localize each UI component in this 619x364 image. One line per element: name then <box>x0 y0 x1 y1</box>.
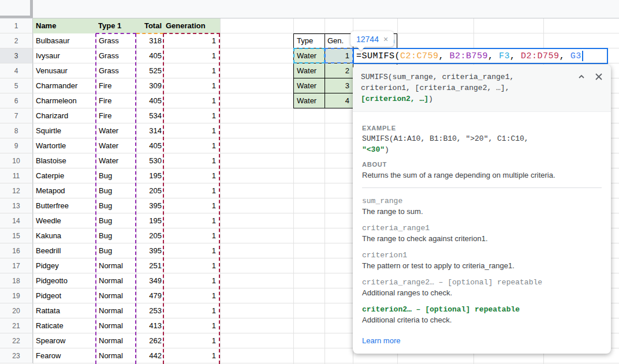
cell-D12[interactable]: 1 <box>163 183 216 198</box>
cell-C7[interactable]: 534 <box>136 108 162 123</box>
row-header-1[interactable]: 1 <box>0 18 33 33</box>
cell-B21[interactable]: Normal <box>99 318 136 333</box>
cell-B18[interactable]: Normal <box>99 273 136 288</box>
cell-B4[interactable]: Grass <box>99 63 136 78</box>
cell-B5[interactable]: Fire <box>99 78 136 93</box>
row-header-16[interactable]: 16 <box>0 243 33 258</box>
cell-D23[interactable]: 1 <box>163 348 216 363</box>
cell-D22[interactable]: 1 <box>163 333 216 348</box>
cell-C17[interactable]: 251 <box>136 258 162 273</box>
cell-D20[interactable]: 1 <box>163 303 216 318</box>
cell-B15[interactable]: Bug <box>99 228 136 243</box>
formula-input[interactable]: =SUMIFS(C2:C759, B2:B759, F3, D2:D759, G… <box>353 48 608 64</box>
cell-D3[interactable]: 1 <box>163 48 216 63</box>
row-header-6[interactable]: 6 <box>0 93 33 108</box>
cell-D11[interactable]: 1 <box>163 168 216 183</box>
cell-A13[interactable]: Butterfree <box>36 198 96 213</box>
cell-B7[interactable]: Fire <box>99 108 136 123</box>
cell-C15[interactable]: 205 <box>136 228 162 243</box>
close-icon[interactable] <box>595 73 603 81</box>
row-header-23[interactable]: 23 <box>0 348 33 363</box>
cell-D16[interactable]: 1 <box>163 243 216 258</box>
cell-D5[interactable]: 1 <box>163 78 216 93</box>
row-header-22[interactable]: 22 <box>0 333 33 348</box>
cell-B12[interactable]: Bug <box>99 183 136 198</box>
cell-A3[interactable]: Ivysaur <box>36 48 96 63</box>
row-header-7[interactable]: 7 <box>0 108 33 123</box>
cell-C13[interactable]: 395 <box>136 198 162 213</box>
cell-C4[interactable]: 525 <box>136 63 162 78</box>
cell-C2[interactable]: 318 <box>136 33 162 48</box>
row-header-20[interactable]: 20 <box>0 303 33 318</box>
cell-A7[interactable]: Charizard <box>36 108 96 123</box>
cell-C23[interactable]: 442 <box>136 348 162 363</box>
cell-B20[interactable]: Normal <box>99 303 136 318</box>
row-header-11[interactable]: 11 <box>0 168 33 183</box>
cell-B14[interactable]: Bug <box>99 213 136 228</box>
row-header-13[interactable]: 13 <box>0 198 33 213</box>
cell-C16[interactable]: 395 <box>136 243 162 258</box>
row-header-17[interactable]: 17 <box>0 258 33 273</box>
cell-A9[interactable]: Wartortle <box>36 138 96 153</box>
cell-D9[interactable]: 1 <box>163 138 216 153</box>
select-all-corner[interactable] <box>0 0 33 18</box>
cell-D8[interactable]: 1 <box>163 123 216 138</box>
cell-D6[interactable]: 1 <box>163 93 216 108</box>
cell-A18[interactable]: Pidgeotto <box>36 273 96 288</box>
cell-D17[interactable]: 1 <box>163 258 216 273</box>
cell-D7[interactable]: 1 <box>163 108 216 123</box>
cell-B16[interactable]: Bug <box>99 243 136 258</box>
cell-A1[interactable]: Name <box>36 18 96 33</box>
cell-C1[interactable]: Total <box>136 18 162 33</box>
cell-C9[interactable]: 405 <box>136 138 162 153</box>
cell-B6[interactable]: Fire <box>99 93 136 108</box>
cell-D19[interactable]: 1 <box>163 288 216 303</box>
cell-B19[interactable]: Normal <box>99 288 136 303</box>
cell-D15[interactable]: 1 <box>163 228 216 243</box>
cell-A11[interactable]: Caterpie <box>36 168 96 183</box>
cell-B23[interactable]: Normal <box>99 348 136 363</box>
row-header-3[interactable]: 3 <box>0 48 33 63</box>
cell-F6[interactable]: Water <box>297 93 325 108</box>
cell-F4[interactable]: Water <box>297 63 325 78</box>
cell-C12[interactable]: 205 <box>136 183 162 198</box>
collapse-chevron-icon[interactable] <box>577 73 586 81</box>
cell-G6[interactable]: 4 <box>325 93 349 108</box>
cell-B2[interactable]: Grass <box>99 33 136 48</box>
cell-B22[interactable]: Normal <box>99 333 136 348</box>
cell-C10[interactable]: 530 <box>136 153 162 168</box>
cell-B13[interactable]: Bug <box>99 198 136 213</box>
cell-A17[interactable]: Pidgey <box>36 258 96 273</box>
row-header-14[interactable]: 14 <box>0 213 33 228</box>
cell-D1[interactable]: Generation <box>166 18 220 33</box>
cell-A19[interactable]: Pidgeot <box>36 288 96 303</box>
cell-B1[interactable]: Type 1 <box>98 18 136 33</box>
cell-A8[interactable]: Squirtle <box>36 123 96 138</box>
cell-C18[interactable]: 349 <box>136 273 162 288</box>
cell-B11[interactable]: Bug <box>99 168 136 183</box>
row-header-5[interactable]: 5 <box>0 78 33 93</box>
cell-D2[interactable]: 1 <box>163 33 216 48</box>
cell-D18[interactable]: 1 <box>163 273 216 288</box>
row-header-2[interactable]: 2 <box>0 33 33 48</box>
row-header-4[interactable]: 4 <box>0 63 33 78</box>
cell-A4[interactable]: Venusaur <box>36 63 96 78</box>
row-header-8[interactable]: 8 <box>0 123 33 138</box>
cell-A14[interactable]: Weedle <box>36 213 96 228</box>
row-header-10[interactable]: 10 <box>0 153 33 168</box>
cell-B9[interactable]: Water <box>99 138 136 153</box>
cell-A16[interactable]: Beedrill <box>36 243 96 258</box>
row-header-12[interactable]: 12 <box>0 183 33 198</box>
cell-B10[interactable]: Water <box>99 153 136 168</box>
cell-C3[interactable]: 405 <box>136 48 162 63</box>
cell-A6[interactable]: Charmeleon <box>36 93 96 108</box>
row-header-18[interactable]: 18 <box>0 273 33 288</box>
row-header-19[interactable]: 19 <box>0 288 33 303</box>
cell-C22[interactable]: 262 <box>136 333 162 348</box>
cell-B3[interactable]: Grass <box>99 48 136 63</box>
cell-G4[interactable]: 2 <box>325 63 349 78</box>
cell-A5[interactable]: Charmander <box>36 78 96 93</box>
cell-A15[interactable]: Kakuna <box>36 228 96 243</box>
cell-D4[interactable]: 1 <box>163 63 216 78</box>
cell-C20[interactable]: 253 <box>136 303 162 318</box>
